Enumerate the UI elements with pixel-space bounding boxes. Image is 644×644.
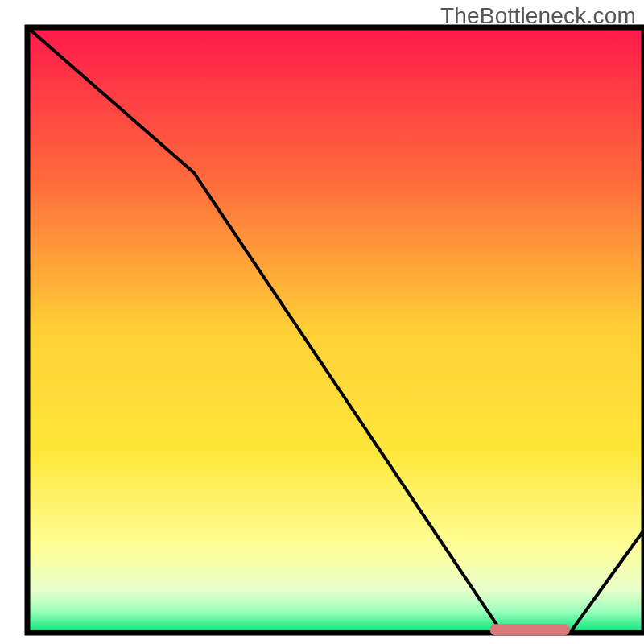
optimal-range-marker [490,624,571,635]
gradient-background [27,27,644,633]
plot-area [27,27,644,635]
bottleneck-chart [0,0,644,644]
chart-container: TheBottleneck.com [0,0,644,644]
